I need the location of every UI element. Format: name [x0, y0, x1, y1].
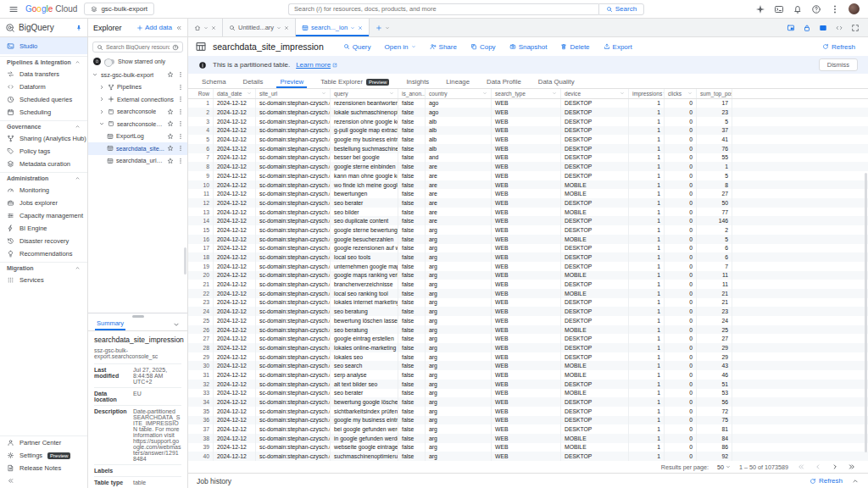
- table-row[interactable]: 35 2024-12-12 sc-domain:stephan-czysch.d…: [188, 407, 868, 416]
- column-header-site-url[interactable]: site_url: [256, 89, 331, 98]
- table-row[interactable]: 34 2024-12-12 sc-domain:stephan-czysch.d…: [188, 397, 868, 407]
- chevron-down-icon[interactable]: [92, 71, 98, 78]
- table-row[interactable]: 38 2024-12-12 sc-domain:stephan-czysch.d…: [188, 434, 868, 443]
- table-row[interactable]: 3 2024-12-12 sc-domain:stephan-czysch.de…: [188, 117, 868, 126]
- global-search-button[interactable]: Search: [598, 3, 644, 15]
- more-options-icon[interactable]: [830, 4, 840, 14]
- notifications-bell-icon[interactable]: [793, 4, 803, 14]
- chevron-down-icon[interactable]: [276, 25, 281, 30]
- sidebar-item-bi-engine[interactable]: BI Engine: [0, 222, 87, 235]
- more-options-icon[interactable]: [177, 145, 184, 152]
- explorer-scrollbar[interactable]: [184, 247, 186, 274]
- table-row[interactable]: 27 2024-12-12 sc-domain:stephan-czysch.d…: [188, 334, 868, 343]
- sort-icon[interactable]: [321, 91, 326, 96]
- table-row[interactable]: 39 2024-12-12 sc-domain:stephan-czysch.d…: [188, 443, 868, 452]
- nav-section-governance[interactable]: Governance: [0, 120, 87, 132]
- tab-untitled-query[interactable]: Untitled...ary: [223, 19, 296, 36]
- gemini-icon[interactable]: [755, 4, 765, 14]
- table-row[interactable]: 37 2024-12-12 sc-domain:stephan-czysch.d…: [188, 424, 868, 434]
- cloud-shell-icon[interactable]: [774, 4, 784, 14]
- help-icon[interactable]: [172, 44, 179, 51]
- table-row[interactable]: 10 2024-12-12 sc-domain:stephan-czysch.d…: [188, 180, 868, 190]
- nav-section-administration[interactable]: Administration: [0, 172, 87, 184]
- nav-section-pipelines[interactable]: Pipelines & Integration: [0, 56, 87, 68]
- star-icon[interactable]: [167, 133, 174, 140]
- chevron-down-icon[interactable]: [98, 120, 105, 127]
- table-row[interactable]: 23 2024-12-12 sc-domain:stephan-czysch.d…: [188, 298, 868, 308]
- sidebar-item-scheduling[interactable]: Scheduling: [0, 106, 87, 119]
- star-icon[interactable]: [167, 120, 174, 127]
- table-row[interactable]: 13 2024-12-12 sc-domain:stephan-czysch.d…: [188, 208, 868, 217]
- last-page-icon[interactable]: [848, 463, 856, 471]
- table-row[interactable]: 9 2024-12-12 sc-domain:stephan-czysch.de…: [188, 171, 868, 180]
- sort-icon[interactable]: [389, 91, 394, 96]
- sort-icon[interactable]: [482, 91, 487, 96]
- tab-summary[interactable]: Summary: [95, 318, 125, 330]
- sidebar-item-studio[interactable]: Studio: [0, 37, 87, 54]
- tab-welcome[interactable]: [188, 19, 223, 36]
- new-tab-button[interactable]: [370, 19, 396, 36]
- tab-table-explorer[interactable]: Table Explorer Preview: [312, 76, 398, 88]
- table-row[interactable]: 4 2024-12-12 sc-domain:stephan-czysch.de…: [188, 126, 868, 136]
- column-header-row[interactable]: Row: [188, 89, 214, 98]
- table-row[interactable]: 11 2024-12-12 sc-domain:stephan-czysch.d…: [188, 189, 868, 198]
- tab-table-preview[interactable]: search..._ion: [296, 19, 370, 36]
- sidebar-item-policy-tags[interactable]: Policy tags: [0, 145, 87, 158]
- refresh-button[interactable]: Refresh: [816, 43, 861, 51]
- pin-icon[interactable]: [75, 25, 82, 31]
- previous-page-icon[interactable]: [814, 463, 822, 471]
- table-row[interactable]: 14 2024-12-12 sc-domain:stephan-czysch.d…: [188, 216, 868, 225]
- table-row[interactable]: 12 2024-12-12 sc-domain:stephan-czysch.d…: [188, 198, 868, 208]
- column-header-device[interactable]: device: [561, 89, 629, 98]
- sidebar-item-capacity-management[interactable]: Capacity management: [0, 209, 87, 222]
- tab-data-profile[interactable]: Data Profile: [478, 76, 530, 88]
- tree-table-searchdata-url[interactable]: searchdata_url_i...: [88, 155, 187, 168]
- sidebar-item-monitoring[interactable]: Monitoring: [0, 184, 87, 197]
- tree-external-connections[interactable]: External connections: [88, 93, 187, 106]
- sidebar-item-services[interactable]: Services: [0, 274, 87, 286]
- collapse-panel-icon[interactable]: [175, 25, 182, 31]
- table-row[interactable]: 5 2024-12-12 sc-domain:stephan-czysch.de…: [188, 135, 868, 144]
- table-row[interactable]: 33 2024-12-12 sc-domain:stephan-czysch.d…: [188, 389, 868, 398]
- tab-insights[interactable]: Insights: [398, 76, 437, 88]
- sidebar-item-partner-center[interactable]: Partner Center: [0, 436, 87, 449]
- more-options-icon[interactable]: [177, 84, 184, 91]
- cloud-shell-editor-icon[interactable]: [819, 24, 827, 32]
- grid-scrollbar[interactable]: [865, 173, 867, 452]
- explorer-search-input[interactable]: [106, 44, 170, 50]
- star-icon[interactable]: [167, 108, 174, 115]
- star-icon[interactable]: [167, 71, 174, 78]
- nav-section-migration[interactable]: Migration: [0, 262, 87, 274]
- dismiss-button[interactable]: Dismiss: [819, 58, 858, 71]
- sidebar-item-settings[interactable]: Settings Preview: [0, 449, 87, 462]
- tab-schema[interactable]: Schema: [193, 76, 235, 88]
- open-in-button[interactable]: Open in: [379, 43, 422, 51]
- more-options-icon[interactable]: [177, 96, 184, 103]
- table-row[interactable]: 20 2024-12-12 sc-domain:stephan-czysch.d…: [188, 271, 868, 280]
- project-picker[interactable]: gsc-bulk-export: [84, 3, 154, 15]
- share-button[interactable]: Share: [424, 43, 463, 51]
- more-options-icon[interactable]: [177, 71, 184, 78]
- table-row[interactable]: 1 2024-12-12 sc-domain:stephan-czysch.de…: [188, 99, 868, 108]
- table-row[interactable]: 21 2024-12-12 sc-domain:stephan-czysch.d…: [188, 280, 868, 289]
- hamburger-menu-icon[interactable]: [8, 4, 19, 14]
- tree-table-exportlog[interactable]: ExportLog: [88, 130, 187, 143]
- table-row[interactable]: 15 2024-12-12 sc-domain:stephan-czysch.d…: [188, 225, 868, 235]
- table-row[interactable]: 31 2024-12-12 sc-domain:stephan-czysch.d…: [188, 370, 868, 380]
- global-search-input[interactable]: [288, 3, 598, 15]
- chevron-right-icon[interactable]: [98, 96, 105, 103]
- table-row[interactable]: 18 2024-12-12 sc-domain:stephan-czysch.d…: [188, 252, 868, 262]
- delete-button[interactable]: Delete: [554, 43, 595, 51]
- first-page-icon[interactable]: [797, 463, 805, 471]
- help-icon[interactable]: [811, 4, 821, 14]
- close-icon[interactable]: [358, 25, 363, 30]
- close-icon[interactable]: [284, 25, 289, 30]
- job-history-refresh-button[interactable]: Refresh: [810, 477, 843, 485]
- table-row[interactable]: 32 2024-12-12 sc-domain:stephan-czysch.d…: [188, 380, 868, 389]
- sort-icon[interactable]: [552, 91, 557, 96]
- more-options-icon[interactable]: [177, 158, 184, 164]
- table-row[interactable]: 19 2024-12-12 sc-domain:stephan-czysch.d…: [188, 262, 868, 271]
- table-row[interactable]: 7 2024-12-12 sc-domain:stephan-czysch.de…: [188, 153, 868, 163]
- tree-table-searchdata-site[interactable]: searchdata_site...: [88, 142, 187, 155]
- add-data-button[interactable]: Add data: [136, 24, 172, 31]
